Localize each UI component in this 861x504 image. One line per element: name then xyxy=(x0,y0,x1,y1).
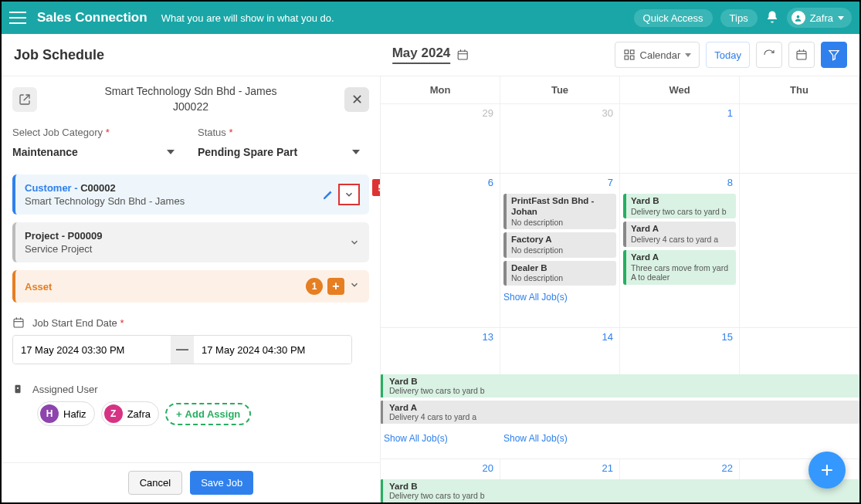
add-job-fab[interactable]: + xyxy=(808,452,846,489)
job-event[interactable]: Yard AThree cars move from yard A to dea… xyxy=(623,250,736,285)
date-label: Job Start End Date * xyxy=(32,317,124,329)
category-label: Select Job Category * xyxy=(12,127,175,138)
job-event[interactable]: Factory ANo description xyxy=(503,232,616,257)
svg-point-0 xyxy=(797,15,800,18)
edit-icon[interactable] xyxy=(322,189,334,201)
customer-card[interactable]: Customer - C00002 Smart Technology Sdn B… xyxy=(12,174,369,215)
month-picker[interactable]: May 2024 xyxy=(392,46,469,64)
calendar-cell[interactable]: 14 xyxy=(500,328,620,374)
calendar-icon xyxy=(456,49,469,61)
calendar-icon xyxy=(12,316,25,329)
day-header: Thu xyxy=(740,76,859,103)
form-title: Smart Technology Sdn Bhd - James J00022 xyxy=(45,84,337,114)
status-label: Status * xyxy=(198,127,360,138)
chevron-down-icon xyxy=(838,16,844,20)
funnel-icon xyxy=(828,49,840,61)
svg-rect-5 xyxy=(625,50,629,54)
job-event-span[interactable]: Yard BDelivery two cars to yard b xyxy=(381,479,859,502)
calendar-cell[interactable]: 7 PrintFast Sdn Bhd - JohanNo descriptio… xyxy=(500,174,620,327)
show-all-jobs-link[interactable]: Show All Job(s) xyxy=(503,433,568,444)
view-label: Calendar xyxy=(640,49,681,61)
current-month: May 2024 xyxy=(392,46,451,64)
category-select[interactable]: Maintenance xyxy=(12,143,175,162)
notifications-icon[interactable] xyxy=(765,10,779,26)
avatar: Z xyxy=(104,404,123,423)
calendar-cell[interactable] xyxy=(740,174,859,327)
calendar-cell[interactable]: 20 xyxy=(381,459,500,479)
calendar-cell[interactable]: 15 xyxy=(620,328,740,374)
view-mode-select[interactable]: Calendar xyxy=(615,42,700,68)
user-name: Zafra xyxy=(810,12,833,24)
assigned-user-chip[interactable]: Z Zafra xyxy=(101,401,159,426)
calendar-cell[interactable]: 1 xyxy=(620,104,740,173)
start-datetime-input[interactable] xyxy=(13,337,171,364)
day-header: Wed xyxy=(620,76,740,103)
add-assign-button[interactable]: + Add Assign xyxy=(165,403,251,425)
today-button[interactable]: Today xyxy=(706,42,750,68)
badge-icon xyxy=(12,383,23,395)
project-card[interactable]: Project - P00009 Service Project xyxy=(12,222,369,262)
show-all-jobs-link[interactable]: Show All Job(s) xyxy=(384,433,448,444)
svg-rect-1 xyxy=(458,51,467,59)
end-datetime-input[interactable] xyxy=(194,337,351,364)
grid-icon xyxy=(623,49,636,61)
chevron-down-icon xyxy=(352,150,360,154)
svg-marker-13 xyxy=(829,51,839,60)
calendar-cell[interactable]: 13 xyxy=(381,328,500,374)
job-event[interactable]: Yard ADelivery 4 cars to yard a xyxy=(623,222,736,246)
refresh-icon xyxy=(763,49,775,61)
calendar-cell[interactable] xyxy=(740,104,859,173)
refresh-button[interactable] xyxy=(756,42,782,68)
step-badge: 5 xyxy=(372,179,380,196)
calendar-cell[interactable]: 22 xyxy=(620,459,740,479)
save-button[interactable]: Save Job xyxy=(190,471,253,495)
expand-customer-button[interactable] xyxy=(338,184,360,205)
job-event-span[interactable]: Yard ADelivery 4 cars to yard a xyxy=(381,401,859,424)
quick-access-button[interactable]: Quick Access xyxy=(634,9,713,27)
close-button[interactable]: ✕ xyxy=(344,87,369,112)
cancel-button[interactable]: Cancel xyxy=(128,471,182,495)
show-all-jobs-link[interactable]: Show All Job(s) xyxy=(503,292,616,303)
calendar-cell[interactable]: 29 xyxy=(381,104,500,173)
brand-name: Sales Connection xyxy=(37,10,147,25)
tagline: What you are will show in what you do. xyxy=(161,12,334,24)
page-title: Job Schedule xyxy=(14,47,104,63)
menu-icon[interactable] xyxy=(9,12,26,24)
open-in-new-button[interactable] xyxy=(12,87,37,112)
svg-rect-14 xyxy=(14,320,23,328)
svg-point-19 xyxy=(17,387,19,389)
job-event[interactable]: PrintFast Sdn Bhd - JohanNo description xyxy=(503,194,616,229)
job-event-span[interactable]: Yard BDelivery two cars to yard b xyxy=(381,374,859,397)
date-separator: — xyxy=(171,336,194,364)
job-event[interactable]: Dealer BNo description xyxy=(503,261,616,286)
chevron-down-icon xyxy=(685,53,691,57)
open-in-new-icon xyxy=(19,93,31,106)
svg-rect-6 xyxy=(630,50,634,54)
tips-button[interactable]: Tips xyxy=(720,9,758,27)
day-header: Mon xyxy=(381,76,500,103)
calendar-cell[interactable]: 30 xyxy=(500,104,620,173)
calendar-cell[interactable]: 8 Yard BDelivery two cars to yard b Yard… xyxy=(620,174,740,327)
plus-icon: + xyxy=(176,408,182,420)
status-select[interactable]: Pending Spare Part xyxy=(198,143,360,162)
assigned-user-chip[interactable]: H Hafiz xyxy=(37,401,95,426)
chevron-down-icon xyxy=(349,279,360,290)
user-menu[interactable]: Zafra xyxy=(787,8,852,28)
calendar-cell[interactable]: 6 xyxy=(381,174,500,327)
svg-rect-8 xyxy=(630,56,634,59)
filter-button[interactable] xyxy=(821,42,847,68)
calendar-button[interactable] xyxy=(788,42,815,68)
calendar-icon xyxy=(795,49,808,61)
asset-card[interactable]: Asset 1 + xyxy=(12,270,369,303)
calendar-cell[interactable] xyxy=(740,328,859,374)
avatar-icon xyxy=(792,11,805,25)
assigned-label: Assigned User xyxy=(32,384,98,395)
svg-rect-7 xyxy=(625,56,629,59)
svg-rect-9 xyxy=(797,51,806,59)
calendar-cell[interactable]: 21 xyxy=(500,459,620,479)
add-asset-button[interactable]: + xyxy=(327,278,344,295)
asset-count-badge: 1 xyxy=(306,278,323,295)
chevron-down-icon xyxy=(344,189,354,200)
job-event[interactable]: Yard BDelivery two cars to yard b xyxy=(623,194,736,218)
chevron-down-icon xyxy=(167,150,175,154)
